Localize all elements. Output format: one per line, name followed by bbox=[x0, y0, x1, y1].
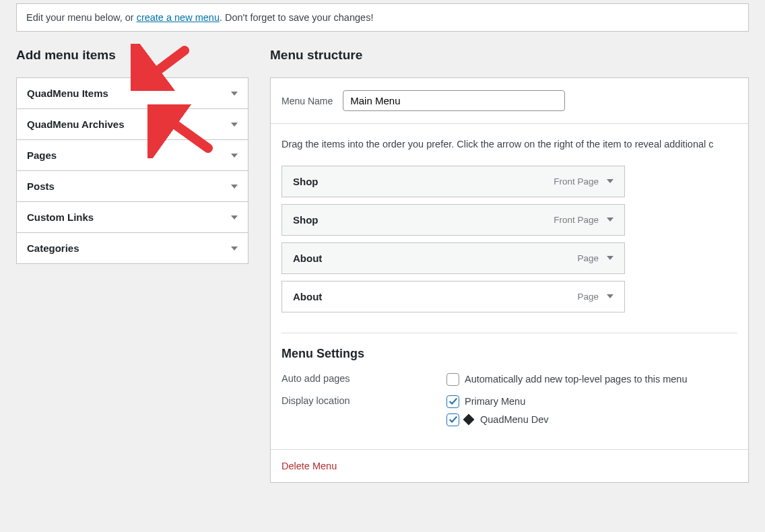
display-location-label: Display location bbox=[281, 395, 446, 406]
menu-item-type: Page bbox=[577, 292, 599, 302]
location-quadmenu-dev-checkbox[interactable]: QuadMenu Dev bbox=[446, 413, 549, 426]
chevron-down-icon bbox=[231, 123, 238, 127]
menu-item-type: Front Page bbox=[554, 176, 599, 187]
accordion-label: Categories bbox=[27, 242, 79, 254]
accordion-pages[interactable]: Pages bbox=[17, 140, 248, 170]
accordion-custom-links[interactable]: Custom Links bbox=[17, 202, 248, 232]
menu-item-row[interactable]: About Page bbox=[281, 242, 625, 274]
chevron-down-icon[interactable] bbox=[607, 256, 613, 260]
add-menu-items-title: Add menu items bbox=[16, 48, 248, 63]
auto-add-pages-label: Auto add pages bbox=[281, 373, 446, 384]
menu-name-input[interactable] bbox=[343, 90, 565, 111]
menu-item-row[interactable]: Shop Front Page bbox=[281, 204, 625, 236]
chevron-down-icon bbox=[231, 154, 238, 158]
menu-item-title: About bbox=[293, 291, 322, 302]
diamond-icon bbox=[463, 414, 475, 426]
accordion-posts[interactable]: Posts bbox=[17, 171, 248, 201]
chevron-down-icon[interactable] bbox=[607, 218, 613, 222]
location-primary-text: Primary Menu bbox=[465, 396, 525, 407]
chevron-down-icon bbox=[231, 215, 238, 220]
menu-item-row[interactable]: Shop Front Page bbox=[281, 166, 625, 197]
accordion-quadmenu-archives[interactable]: QuadMenu Archives bbox=[17, 109, 248, 139]
notice-after: . Don't forget to save your changes! bbox=[220, 12, 373, 23]
chevron-down-icon bbox=[231, 92, 238, 96]
menu-item-row[interactable]: About Page bbox=[281, 281, 625, 312]
menu-name-label: Menu Name bbox=[281, 96, 333, 106]
accordion-quadmenu-items[interactable]: QuadMenu Items bbox=[17, 78, 248, 108]
menu-item-title: Shop bbox=[293, 176, 319, 187]
drag-description: Drag the items into the order you prefer… bbox=[271, 124, 748, 166]
menu-settings-title: Menu Settings bbox=[281, 347, 737, 361]
menu-item-type: Front Page bbox=[554, 215, 599, 225]
menu-structure-panel: Menu Name Drag the items into the order … bbox=[270, 77, 749, 483]
accordion-categories[interactable]: Categories bbox=[17, 233, 248, 263]
create-new-menu-link[interactable]: create a new menu bbox=[137, 12, 220, 23]
auto-add-pages-checkbox[interactable]: Automatically add new top-level pages to… bbox=[446, 373, 687, 386]
menu-structure-title: Menu structure bbox=[270, 48, 749, 63]
chevron-down-icon[interactable] bbox=[607, 179, 613, 183]
delete-menu-link[interactable]: Delete Menu bbox=[281, 461, 337, 471]
accordion-label: QuadMenu Archives bbox=[27, 119, 124, 130]
menu-item-type: Page bbox=[577, 253, 599, 263]
accordion-label: Custom Links bbox=[27, 211, 94, 223]
accordion-label: QuadMenu Items bbox=[27, 88, 108, 99]
location-quadmenu-text: QuadMenu Dev bbox=[480, 414, 549, 425]
edit-menu-notice: Edit your menu below, or create a new me… bbox=[16, 3, 749, 32]
chevron-down-icon[interactable] bbox=[607, 294, 613, 298]
chevron-down-icon bbox=[231, 185, 238, 189]
notice-before: Edit your menu below, or bbox=[26, 12, 137, 23]
accordion-label: Pages bbox=[27, 149, 57, 161]
auto-add-pages-text: Automatically add new top-level pages to… bbox=[465, 374, 687, 385]
menu-item-title: About bbox=[293, 253, 322, 264]
menu-item-title: Shop bbox=[293, 214, 319, 226]
chevron-down-icon bbox=[231, 246, 238, 251]
location-primary-menu-checkbox[interactable]: Primary Menu bbox=[446, 395, 549, 408]
add-menu-items-panel: Add menu items QuadMenu Items QuadMenu A… bbox=[16, 48, 248, 483]
accordion-label: Posts bbox=[27, 180, 55, 192]
